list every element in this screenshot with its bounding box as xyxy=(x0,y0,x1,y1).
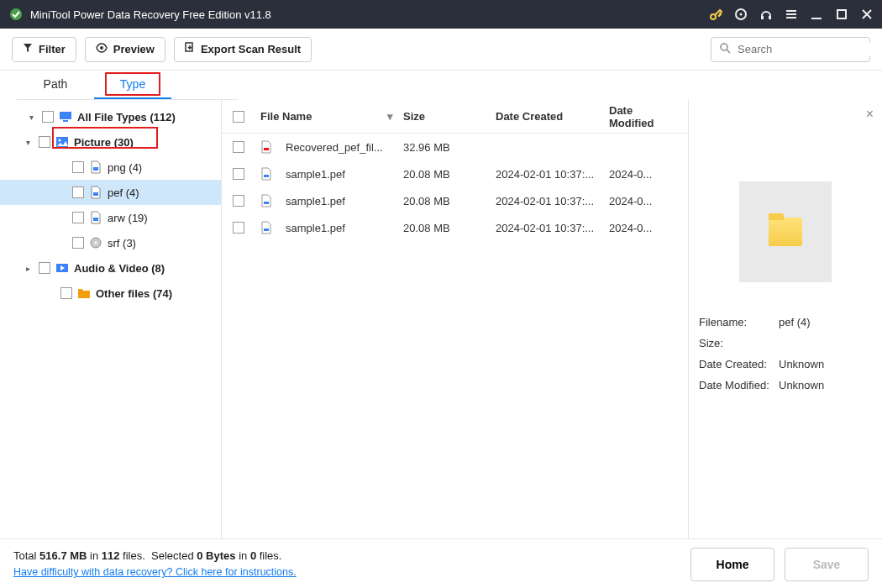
cell-modified: 2024-0... xyxy=(604,222,680,234)
label-created: Date Created: xyxy=(699,358,779,370)
svg-rect-7 xyxy=(786,13,796,15)
help-link[interactable]: Have difficulty with data recovery? Clic… xyxy=(13,566,297,578)
search-input[interactable] xyxy=(738,43,879,55)
cell-size: 20.08 MB xyxy=(398,222,491,234)
cell-size: 20.08 MB xyxy=(398,195,491,207)
folder-icon xyxy=(77,286,91,300)
tree-label: Audio & Video (8) xyxy=(74,262,165,275)
preview-panel: × Filename:pef (4) Size: Date Created:Un… xyxy=(689,100,882,538)
tab-type[interactable]: Type xyxy=(94,71,171,99)
svg-rect-9 xyxy=(811,18,822,19)
save-button[interactable]: Save xyxy=(785,548,869,581)
maximize-icon[interactable] xyxy=(835,8,848,21)
cell-created: 2024-02-01 10:37:... xyxy=(491,195,604,207)
headphones-icon[interactable] xyxy=(759,8,773,21)
file-row[interactable]: sample1.pef 20.08 MB 2024-02-01 10:37:..… xyxy=(222,160,688,187)
row-checkbox[interactable] xyxy=(233,195,244,207)
title-bar: MiniTool Power Data Recovery Free Editio… xyxy=(0,0,882,29)
checkbox[interactable] xyxy=(39,262,50,274)
row-checkbox[interactable] xyxy=(233,168,244,180)
file-row[interactable]: sample1.pef 20.08 MB 2024-02-01 10:37:..… xyxy=(222,187,688,214)
eye-icon xyxy=(96,43,108,55)
cell-size: 32.96 MB xyxy=(398,141,491,154)
summary: Total 516.7 MB in 112 files. Selected 0 … xyxy=(13,548,297,580)
checkbox[interactable] xyxy=(72,161,84,173)
file-icon xyxy=(260,194,274,207)
file-icon xyxy=(260,167,274,181)
checkbox[interactable] xyxy=(72,186,84,198)
tree-arw[interactable]: arw (19) xyxy=(0,205,221,230)
svg-rect-8 xyxy=(786,17,796,18)
disc-icon[interactable] xyxy=(734,8,748,21)
checkbox[interactable] xyxy=(39,136,50,148)
close-icon[interactable] xyxy=(860,8,874,21)
svg-rect-25 xyxy=(264,175,269,177)
tree-png[interactable]: png (4) xyxy=(0,155,221,180)
file-icon xyxy=(89,160,102,174)
minimize-icon[interactable] xyxy=(810,8,823,21)
chevron-down-icon[interactable]: ▾ xyxy=(25,113,37,122)
tree-label: All File Types (112) xyxy=(77,111,176,123)
svg-rect-10 xyxy=(837,10,846,18)
cell-name: sample1.pef xyxy=(255,167,398,181)
app-logo-icon xyxy=(8,7,24,22)
value-filename: pef (4) xyxy=(779,316,811,328)
file-panel: File Name▾ Size Date Created Date Modifi… xyxy=(222,100,882,538)
tree-all-file-types[interactable]: ▾ All File Types (112) xyxy=(0,104,221,129)
tree-picture[interactable]: ▾ Picture (30) xyxy=(0,129,221,155)
export-button[interactable]: Export Scan Result xyxy=(174,37,312,62)
checkbox[interactable] xyxy=(42,111,54,123)
label-size: Size: xyxy=(699,337,779,349)
file-row[interactable]: sample1.pef 20.08 MB 2024-02-01 10:37:..… xyxy=(222,214,688,241)
chevron-down-icon[interactable]: ▾ xyxy=(22,138,34,147)
svg-rect-26 xyxy=(264,202,269,204)
tree-label: arw (19) xyxy=(108,212,148,224)
svg-point-11 xyxy=(100,46,103,50)
tree-other-files[interactable]: Other files (74) xyxy=(0,281,221,306)
sidebar-tree: ▾ All File Types (112) ▾ Picture (30) pn… xyxy=(0,100,222,538)
col-filename[interactable]: File Name▾ xyxy=(255,110,398,123)
tree-label: png (4) xyxy=(108,161,142,174)
search-input-wrap[interactable] xyxy=(711,37,870,62)
file-icon xyxy=(260,140,274,154)
home-button[interactable]: Home xyxy=(690,548,774,581)
tree-label: Picture (30) xyxy=(74,136,134,149)
menu-icon[interactable] xyxy=(785,8,798,21)
checkbox[interactable] xyxy=(72,237,84,249)
select-all-checkbox[interactable] xyxy=(233,111,244,123)
key-icon[interactable] xyxy=(709,8,722,21)
tree-srf[interactable]: srf (3) xyxy=(0,230,221,255)
col-created[interactable]: Date Created xyxy=(491,110,604,123)
folder-icon xyxy=(769,218,802,246)
cell-modified: 2024-0... xyxy=(604,168,680,181)
file-row[interactable]: Recovered_pef_fil... 32.96 MB xyxy=(222,134,688,160)
tree-pef[interactable]: pef (4) xyxy=(0,180,221,205)
preview-label: Preview xyxy=(113,43,155,55)
label-filename: Filename: xyxy=(699,316,779,328)
sidebar-tabs: Path Type xyxy=(17,71,239,100)
filter-button[interactable]: Filter xyxy=(12,37,76,62)
svg-rect-20 xyxy=(93,218,98,221)
title-bar-actions xyxy=(709,8,874,21)
svg-rect-27 xyxy=(264,228,269,231)
chevron-right-icon[interactable]: ▸ xyxy=(22,264,34,273)
preview-details: Filename:pef (4) Size: Date Created:Unkn… xyxy=(699,316,872,391)
file-list: File Name▾ Size Date Created Date Modifi… xyxy=(222,100,689,538)
row-checkbox[interactable] xyxy=(233,222,244,234)
tab-path[interactable]: Path xyxy=(17,71,94,99)
cell-name: Recovered_pef_fil... xyxy=(255,140,398,154)
checkbox[interactable] xyxy=(60,287,72,299)
cell-created: 2024-02-01 10:37:... xyxy=(491,222,604,234)
close-icon[interactable]: × xyxy=(866,107,874,122)
checkbox[interactable] xyxy=(72,212,84,223)
row-checkbox[interactable] xyxy=(233,141,244,153)
preview-button[interactable]: Preview xyxy=(85,37,165,62)
tab-type-highlight: Type xyxy=(105,72,160,96)
tree-label: Other files (74) xyxy=(96,287,172,300)
tree-audio-video[interactable]: ▸ Audio & Video (8) xyxy=(0,255,221,281)
col-modified[interactable]: Date Modified xyxy=(604,104,680,129)
filter-icon xyxy=(23,43,33,55)
svg-rect-24 xyxy=(264,148,269,150)
col-size[interactable]: Size xyxy=(398,110,491,123)
svg-rect-19 xyxy=(93,192,98,196)
